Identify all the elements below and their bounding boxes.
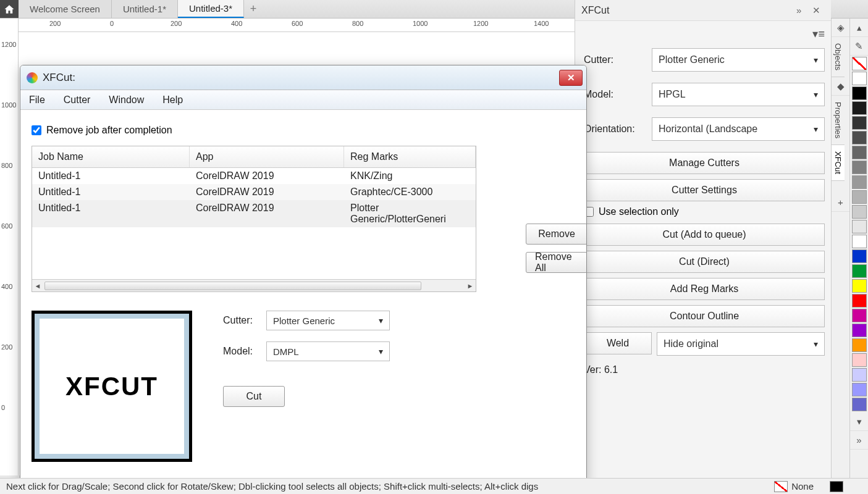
color-swatch[interactable]	[852, 279, 867, 293]
home-button[interactable]	[0, 0, 19, 18]
color-swatch[interactable]	[852, 101, 867, 115]
cut-button[interactable]: Cut	[223, 386, 285, 407]
docker-tabs-strip: ◈ Objects ◆ Properties XFCut +	[831, 19, 849, 494]
dialog-title: XFCut:	[43, 72, 559, 84]
tab-welcome[interactable]: Welcome Screen	[19, 0, 112, 18]
color-swatch[interactable]	[852, 249, 867, 263]
dialog-menubar: File Cutter Window Help	[20, 90, 586, 110]
color-swatch[interactable]	[852, 175, 867, 189]
color-swatch[interactable]	[852, 190, 867, 204]
docker-menu-icon[interactable]: ▾≡	[584, 27, 825, 41]
color-swatch[interactable]	[852, 309, 867, 322]
table-scrollbar[interactable]: ◄ ►	[32, 279, 476, 291]
tab-add-button[interactable]: +	[244, 0, 263, 18]
model-label: Model:	[584, 89, 652, 100]
ruler-vertical: 1200 1000 800 600 400 200 0	[0, 19, 19, 475]
manage-cutters-button[interactable]: Manage Cutters	[584, 152, 825, 174]
fill-none-label: None	[791, 481, 814, 492]
status-bar: Next click for Drag/Scale; Second click …	[0, 478, 868, 494]
color-swatch[interactable]	[852, 338, 867, 352]
properties-icon[interactable]: ◆	[832, 77, 849, 96]
color-swatch[interactable]	[852, 294, 867, 308]
scroll-thumb[interactable]	[44, 282, 421, 290]
dialog-cutter-dropdown[interactable]: Plotter Generic	[266, 311, 390, 330]
col-app[interactable]: App	[190, 146, 344, 167]
color-swatch[interactable]	[852, 116, 867, 130]
tab-untitled-3[interactable]: Untitled-3*	[178, 0, 244, 18]
palette-up-icon[interactable]: ▴	[850, 19, 868, 37]
remove-after-completion-label: Remove job after completion	[46, 125, 172, 136]
cutter-settings-button[interactable]: Cutter Settings	[584, 179, 825, 201]
cutter-dropdown[interactable]: Plotter Generic	[652, 48, 825, 72]
palette-more-icon[interactable]: »	[850, 431, 868, 450]
contour-outline-button[interactable]: Contour Outline	[584, 305, 825, 327]
job-preview: XFCUT	[32, 311, 192, 462]
xfcut-docker: XFCut » ✕ ▾≡ Cutter: Plotter Generic Mod…	[575, 0, 831, 482]
hide-original-dropdown[interactable]: Hide original	[657, 332, 825, 356]
color-swatch[interactable]	[852, 161, 867, 174]
menu-window[interactable]: Window	[105, 92, 148, 108]
add-tab-icon[interactable]: +	[832, 193, 849, 212]
palette-down-icon[interactable]: ▾	[850, 412, 868, 431]
remove-all-button[interactable]: Remove All	[526, 252, 587, 273]
orientation-dropdown[interactable]: Horizontal (Landscape	[652, 117, 825, 141]
objects-tab[interactable]: Objects	[832, 37, 845, 77]
color-swatch[interactable]	[852, 220, 867, 233]
color-swatch[interactable]	[852, 353, 867, 367]
color-swatch[interactable]	[852, 86, 867, 100]
eyedropper-icon[interactable]: ✎	[850, 37, 868, 56]
xfcut-dialog: XFCut: ✕ File Cutter Window Help Remove …	[20, 65, 587, 485]
color-swatch[interactable]	[852, 72, 867, 85]
col-reg-marks[interactable]: Reg Marks	[344, 146, 476, 167]
menu-cutter[interactable]: Cutter	[60, 92, 95, 108]
version-label: Ver: 6.1	[584, 364, 825, 375]
color-swatch[interactable]	[852, 131, 867, 144]
weld-button[interactable]: Weld	[584, 332, 652, 354]
menu-file[interactable]: File	[25, 92, 49, 108]
color-swatch[interactable]	[852, 368, 867, 382]
use-selection-label: Use selection only	[599, 206, 679, 217]
fill-indicator-icon[interactable]	[774, 481, 788, 492]
color-swatch[interactable]	[852, 383, 867, 396]
cut-direct-button[interactable]: Cut (Direct)	[584, 251, 825, 273]
outline-indicator-icon[interactable]	[830, 481, 843, 492]
table-row[interactable]: Untitled-1CorelDRAW 2019KNK/Zing	[32, 168, 476, 184]
color-palette: ▴ ✎ ▾ »	[849, 19, 868, 494]
cutter-label: Cutter:	[584, 54, 652, 65]
color-swatch[interactable]	[852, 146, 867, 159]
home-icon	[4, 4, 15, 15]
scroll-left-icon[interactable]: ◄	[32, 282, 43, 290]
table-row[interactable]: Untitled-1CorelDRAW 2019Graphtec/CE-3000	[32, 184, 476, 200]
table-row[interactable]: Untitled-1CorelDRAW 2019Plotter Generic/…	[32, 200, 476, 227]
docker-close-icon[interactable]: ✕	[812, 5, 825, 16]
color-swatch[interactable]	[852, 324, 867, 337]
tab-untitled-1[interactable]: Untitled-1*	[112, 0, 178, 18]
remove-button[interactable]: Remove	[526, 224, 587, 245]
xfcut-logo-icon	[27, 72, 38, 83]
no-fill-swatch[interactable]	[852, 57, 867, 70]
remove-after-completion-checkbox[interactable]	[32, 125, 41, 135]
docker-title: XFCut	[581, 5, 793, 16]
close-button[interactable]: ✕	[559, 70, 583, 86]
menu-help[interactable]: Help	[159, 92, 187, 108]
color-swatch[interactable]	[852, 264, 867, 278]
color-swatch[interactable]	[852, 398, 867, 411]
status-hint: Next click for Drag/Scale; Second click …	[6, 481, 538, 492]
col-job-name[interactable]: Job Name	[32, 146, 190, 167]
orientation-label: Orientation:	[584, 124, 652, 135]
layers-icon[interactable]: ◈	[832, 19, 849, 37]
color-swatch[interactable]	[852, 205, 867, 219]
cut-queue-button[interactable]: Cut (Add to queue)	[584, 224, 825, 246]
preview-text: XFCUT	[40, 319, 184, 454]
add-reg-marks-button[interactable]: Add Reg Marks	[584, 278, 825, 300]
dialog-model-dropdown[interactable]: DMPL	[266, 341, 390, 361]
xfcut-tab[interactable]: XFCut	[832, 145, 845, 181]
model-dropdown[interactable]: HPGL	[652, 83, 825, 106]
color-swatch[interactable]	[852, 235, 867, 248]
dialog-titlebar[interactable]: XFCut: ✕	[20, 65, 586, 90]
scroll-right-icon[interactable]: ►	[465, 282, 476, 290]
dialog-cutter-label: Cutter:	[223, 315, 266, 326]
dialog-model-label: Model:	[223, 346, 266, 357]
properties-tab[interactable]: Properties	[832, 96, 845, 145]
docker-expand-icon[interactable]: »	[796, 5, 809, 15]
